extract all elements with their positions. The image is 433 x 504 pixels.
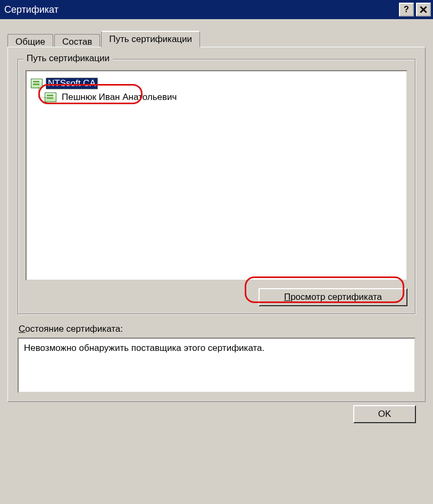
tab-details[interactable]: Состав <box>54 34 100 48</box>
tab-panel: Путь сертификации NTSsoft CA Пешнюк Иван… <box>7 47 426 402</box>
cert-path-tree[interactable]: NTSsoft CA Пешнюк Иван Анатольевич <box>26 70 407 281</box>
certificate-icon <box>31 79 43 88</box>
groupbox-legend: Путь сертификации <box>23 53 113 64</box>
tree-node-child[interactable]: Пешнюк Иван Анатольевич <box>31 90 402 104</box>
certificate-icon <box>45 93 56 102</box>
tab-cert-path[interactable]: Путь сертификации <box>101 31 200 47</box>
close-icon <box>420 6 427 13</box>
tree-node-root[interactable]: NTSsoft CA <box>31 77 402 90</box>
ok-button[interactable]: OK <box>353 405 416 423</box>
cert-status-box: Невозможно обнаружить поставщика этого с… <box>18 338 415 393</box>
tree-node-child-label: Пешнюк Иван Анатольевич <box>60 91 179 103</box>
cert-status-label: Состояние сертификата: <box>19 324 415 334</box>
tree-node-root-label: NTSsoft CA <box>46 78 98 89</box>
help-button[interactable]: ? <box>399 3 414 16</box>
close-button[interactable] <box>416 3 431 16</box>
view-certificate-button[interactable]: Просмотр сертификата <box>259 288 407 306</box>
tabs: Общие Состав Путь сертификации <box>7 29 426 47</box>
titlebar: Сертификат ? <box>0 0 433 19</box>
window-title: Сертификат <box>4 4 397 15</box>
tab-general[interactable]: Общие <box>7 34 53 48</box>
cert-status-text: Невозможно обнаружить поставщика этого с… <box>24 343 264 353</box>
cert-path-group: Путь сертификации NTSsoft CA Пешнюк Иван… <box>18 59 415 314</box>
